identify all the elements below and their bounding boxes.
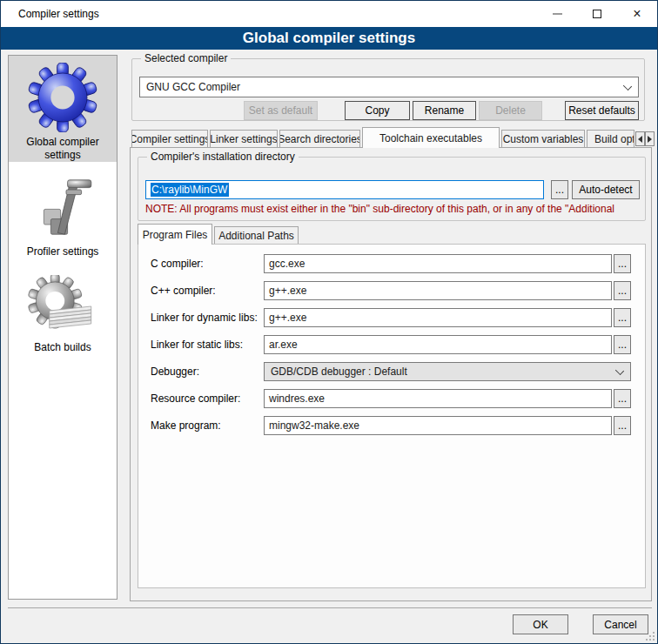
tab-search-directories[interactable]: Search directories: [279, 130, 360, 147]
tab-compiler-settings[interactable]: Compiler settings: [131, 130, 208, 147]
tab-additional-paths[interactable]: Additional Paths: [214, 226, 299, 244]
debugger-select[interactable]: GDB/CDB debugger : Default: [264, 362, 631, 381]
dynamic-linker-value: g++.exe: [269, 312, 306, 324]
resource-compiler-value: windres.exe: [269, 392, 325, 405]
c-compiler-input[interactable]: gcc.exe: [264, 254, 612, 273]
make-program-label: Make program:: [151, 419, 221, 432]
installation-directory-group: Compiler's installation directory C:\ray…: [138, 157, 646, 221]
c-compiler-browse-button[interactable]: ...: [614, 254, 631, 273]
static-linker-browse-button[interactable]: ...: [614, 335, 631, 354]
cpp-compiler-label: C++ compiler:: [151, 285, 216, 297]
compiler-select-value: GNU GCC Compiler: [146, 81, 240, 93]
window-title: Compiler settings: [18, 8, 99, 20]
debugger-value: GDB/CDB debugger : Default: [271, 366, 407, 378]
rename-button[interactable]: Rename: [413, 101, 476, 120]
tab-custom-variables[interactable]: Custom variables: [501, 130, 585, 147]
triangle-right-icon: [648, 136, 652, 143]
dynamic-linker-browse-button[interactable]: ...: [614, 308, 631, 327]
tab-toolchain-executables[interactable]: Toolchain executables: [362, 127, 500, 148]
cancel-button[interactable]: Cancel: [593, 614, 648, 634]
set-as-default-button[interactable]: Set as default: [244, 101, 318, 120]
triangle-left-icon: [638, 136, 642, 143]
chevron-down-icon: [624, 81, 632, 89]
minimize-icon: [553, 13, 562, 15]
program-files-panel: C compiler: gcc.exe ... C++ compiler: g+…: [138, 244, 646, 588]
installation-directory-group-label: Compiler's installation directory: [147, 151, 299, 163]
browse-directory-button[interactable]: ...: [551, 180, 568, 199]
resource-compiler-label: Resource compiler:: [151, 392, 240, 405]
dynamic-linker-input[interactable]: g++.exe: [264, 308, 612, 327]
installation-directory-value: C:\raylib\MinGW: [151, 183, 229, 197]
cpp-compiler-input[interactable]: g++.exe: [264, 281, 612, 300]
chevron-down-icon: [616, 366, 624, 373]
ok-button[interactable]: OK: [513, 614, 568, 634]
sidebar-item-label: Global compiler settings: [9, 134, 117, 169]
sidebar-item-label: Batch builds: [9, 339, 117, 361]
gear-blue-icon: [28, 63, 97, 132]
installation-directory-input[interactable]: C:\raylib\MinGW: [145, 180, 544, 199]
title-bar[interactable]: Compiler settings ×: [1, 1, 657, 27]
footer-divider: [8, 607, 652, 608]
page-title: Global compiler settings: [1, 27, 657, 50]
toolchain-executables-panel: Compiler's installation directory C:\ray…: [130, 147, 652, 601]
resource-compiler-browse-button[interactable]: ...: [614, 389, 631, 408]
close-button[interactable]: ×: [617, 1, 657, 27]
c-compiler-value: gcc.exe: [269, 258, 305, 270]
cpp-compiler-browse-button[interactable]: ...: [614, 281, 631, 300]
tab-scroll-left-button[interactable]: [635, 131, 645, 146]
dynamic-linker-label: Linker for dynamic libs:: [151, 312, 258, 324]
sidebar-item-global-compiler-settings[interactable]: Global compiler settings: [9, 56, 117, 162]
sidebar-item-profiler-settings[interactable]: Profiler settings: [9, 169, 117, 263]
copy-button[interactable]: Copy: [345, 101, 410, 120]
selected-compiler-group-label: Selected compiler: [141, 52, 231, 64]
maximize-button[interactable]: [577, 1, 617, 27]
compiler-settings-dialog: Compiler settings × Global compiler sett…: [0, 0, 658, 644]
make-program-value: mingw32-make.exe: [269, 419, 359, 432]
cpp-compiler-value: g++.exe: [269, 285, 306, 297]
debugger-label: Debugger:: [151, 366, 199, 378]
sidebar-item-label: Profiler settings: [9, 244, 117, 265]
selected-compiler-group: Selected compiler GNU GCC Compiler Set a…: [131, 58, 645, 121]
resize-grip[interactable]: [646, 632, 655, 641]
make-program-input[interactable]: mingw32-make.exe: [264, 416, 612, 435]
maximize-icon: [593, 10, 601, 18]
static-linker-value: ar.exe: [269, 339, 298, 351]
tab-linker-settings[interactable]: Linker settings: [210, 130, 278, 147]
tab-program-files[interactable]: Program Files: [138, 224, 212, 245]
minimize-button[interactable]: [537, 1, 577, 27]
settings-sidebar: Global compiler settings Profiler settin…: [8, 55, 118, 600]
close-icon: ×: [633, 7, 641, 21]
gear-stack-icon: [28, 275, 97, 338]
static-linker-label: Linker for static libs:: [151, 339, 243, 351]
caliper-icon: [31, 176, 94, 242]
delete-button[interactable]: Delete: [479, 101, 542, 120]
c-compiler-label: C compiler:: [151, 258, 204, 270]
auto-detect-button[interactable]: Auto-detect: [572, 180, 640, 199]
resource-compiler-input[interactable]: windres.exe: [264, 389, 612, 408]
sidebar-item-batch-builds[interactable]: Batch builds: [9, 268, 117, 362]
compiler-select[interactable]: GNU GCC Compiler: [139, 77, 639, 97]
tab-scroll-right-button[interactable]: [645, 131, 655, 146]
reset-defaults-button[interactable]: Reset defaults: [565, 101, 639, 120]
tab-build-options[interactable]: Build options: [587, 130, 634, 147]
make-program-browse-button[interactable]: ...: [614, 416, 631, 435]
static-linker-input[interactable]: ar.exe: [264, 335, 612, 354]
bin-subdirectory-note: NOTE: All programs must exist either in …: [145, 203, 645, 215]
